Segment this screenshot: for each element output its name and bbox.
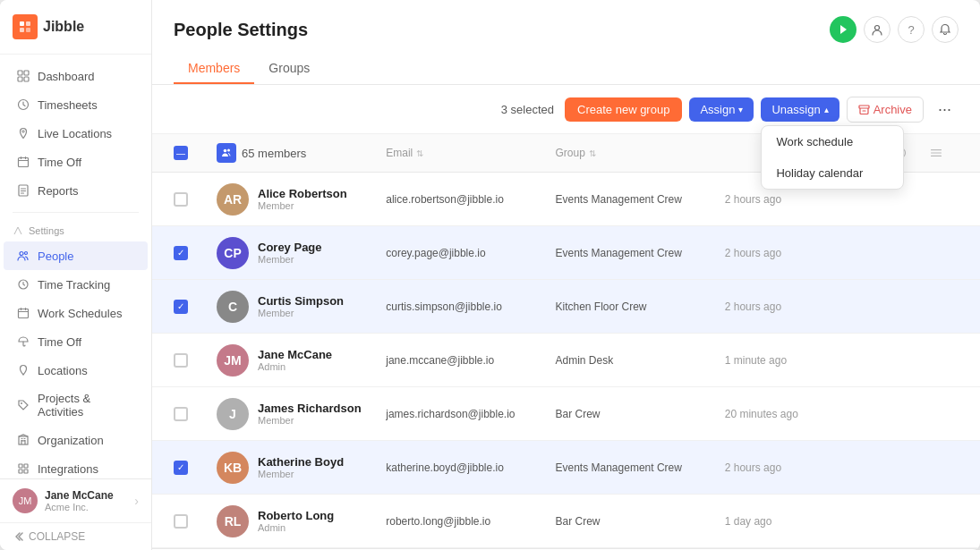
td-checkbox: ✓	[174, 292, 209, 321]
dropdown-item-holiday-calendar[interactable]: Holiday calendar	[762, 157, 903, 189]
unassign-chevron-icon: ▴	[824, 105, 829, 114]
td-member: AR Alice Robertson Member	[209, 176, 379, 223]
sidebar-item-work-schedules[interactable]: Work Schedules	[4, 299, 148, 327]
td-email: katherine.boyd@jibble.io	[379, 454, 548, 481]
member-avatar: KB	[217, 452, 249, 484]
user-profile-button[interactable]	[864, 16, 891, 43]
member-avatar: RL	[217, 505, 249, 537]
sidebar-item-integrations[interactable]: Integrations	[4, 454, 148, 478]
map-pin-icon	[16, 126, 30, 140]
td-actions	[923, 246, 959, 260]
row-checkbox[interactable]: ✓	[174, 461, 188, 475]
sidebar-item-label: Dashboard	[38, 70, 95, 83]
group-sort-icon[interactable]: ⇅	[589, 148, 596, 158]
sidebar-item-label: Time Tracking	[38, 278, 110, 292]
header-checkbox: —	[174, 137, 209, 169]
member-role: Admin	[258, 361, 332, 372]
logo-text: Jibble	[43, 19, 84, 35]
main-header: People Settings ?	[152, 0, 980, 85]
td-actions	[923, 300, 959, 314]
chevron-right-icon: ›	[134, 494, 139, 508]
sidebar-item-timesheets[interactable]: Timesheets	[4, 90, 148, 119]
help-button[interactable]: ?	[898, 16, 925, 43]
svg-point-16	[21, 402, 22, 404]
sidebar-item-time-off[interactable]: Time Off	[4, 148, 148, 176]
tab-groups[interactable]: Groups	[254, 54, 324, 84]
member-count: 65 members	[217, 143, 306, 163]
row-checkbox[interactable]	[174, 514, 188, 529]
building-icon	[16, 433, 30, 447]
td-member: JM Jane McCane Admin	[209, 337, 379, 384]
location-icon	[16, 363, 30, 377]
table-row: ✓ C Curtis Simpson Member curtis.simpson…	[152, 280, 980, 334]
td-info	[887, 353, 923, 368]
tag-icon	[16, 398, 30, 412]
svg-marker-22	[840, 25, 847, 34]
sidebar-item-locations[interactable]: Locations	[4, 356, 148, 385]
content-area: 3 selected Create new group Assign ▾ Una…	[152, 85, 980, 550]
td-info	[887, 514, 923, 529]
td-group: Events Management Crew	[549, 186, 718, 213]
svg-rect-6	[18, 77, 22, 81]
archive-button[interactable]: Archive	[847, 97, 924, 123]
td-member: RL Roberto Long Admin	[209, 498, 379, 545]
sidebar-item-time-off-settings[interactable]: Time Off	[4, 327, 148, 356]
row-checkbox[interactable]	[174, 407, 188, 421]
sidebar-item-label: Projects & Activities	[38, 392, 135, 419]
columns-icon	[930, 147, 942, 159]
member-name: Katherine Boyd	[258, 455, 344, 469]
notifications-button[interactable]	[932, 16, 959, 43]
play-button[interactable]	[830, 16, 856, 43]
sidebar-item-organization[interactable]: Organization	[4, 426, 148, 454]
sidebar-item-time-tracking[interactable]: Time Tracking	[4, 270, 148, 299]
td-info	[887, 407, 923, 421]
file-text-icon	[16, 183, 30, 198]
svg-rect-4	[18, 71, 22, 75]
unassign-button[interactable]: Unassign ▴	[761, 97, 839, 122]
tab-members[interactable]: Members	[174, 54, 254, 84]
user-company: Acme Inc.	[45, 502, 127, 512]
member-avatar: AR	[217, 183, 249, 216]
td-time: 2 hours ago	[718, 186, 887, 213]
member-role: Member	[258, 200, 347, 211]
svg-point-12	[20, 252, 23, 256]
sidebar-item-label: Live Locations	[38, 127, 112, 140]
td-actions	[923, 461, 959, 475]
email-sort-icon[interactable]: ⇅	[416, 148, 423, 158]
td-actions	[923, 192, 959, 207]
settings-label: Settings	[0, 220, 151, 241]
row-checkbox[interactable]	[174, 192, 188, 207]
td-group: Bar Crew	[549, 508, 718, 535]
sidebar-item-live-locations[interactable]: Live Locations	[4, 119, 148, 148]
svg-rect-2	[20, 28, 24, 32]
sidebar-item-reports[interactable]: Reports	[4, 176, 148, 205]
td-checkbox: ✓	[174, 239, 209, 267]
collapse-button[interactable]: COLLAPSE	[0, 522, 151, 550]
row-checkbox[interactable]	[174, 353, 188, 368]
sidebar-item-dashboard[interactable]: Dashboard	[4, 62, 148, 90]
td-info	[887, 461, 923, 475]
logo-icon	[13, 14, 38, 39]
table-row: JM Jane McCane Admin jane.mccane@jibble.…	[152, 334, 980, 387]
td-group: Bar Crew	[549, 401, 718, 427]
row-checkbox[interactable]: ✓	[174, 300, 188, 314]
more-options-button[interactable]: ···	[931, 96, 959, 123]
td-time: 1 minute ago	[718, 347, 887, 374]
sidebar-item-people[interactable]: People	[4, 241, 148, 270]
sidebar-item-projects[interactable]: Projects & Activities	[4, 385, 148, 426]
member-name: Roberto Long	[258, 509, 334, 522]
member-count-badge	[217, 143, 236, 163]
assign-button[interactable]: Assign ▾	[689, 97, 754, 122]
td-email: alice.robertson@jibble.io	[379, 186, 548, 213]
grid-icon	[16, 69, 30, 83]
select-all-checkbox[interactable]: —	[174, 146, 188, 160]
table-row: ✓ KB Katherine Boyd Member katherine.boy…	[152, 441, 980, 495]
svg-rect-1	[26, 21, 30, 26]
svg-point-13	[25, 252, 28, 255]
row-checkbox[interactable]: ✓	[174, 246, 188, 260]
collapse-label: COLLAPSE	[29, 530, 85, 543]
create-group-button[interactable]: Create new group	[565, 97, 682, 122]
svg-rect-5	[24, 71, 29, 75]
member-avatar: J	[217, 398, 249, 430]
dropdown-item-work-schedule[interactable]: Work schedule	[762, 126, 903, 157]
